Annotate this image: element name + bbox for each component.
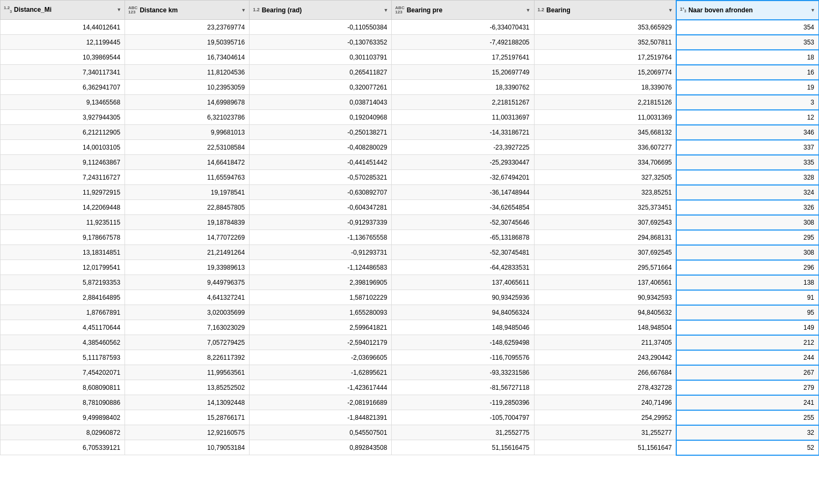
table-row: 1,876678913,0200356991,65528009394,84056…: [1, 305, 819, 320]
dropdown-naar-boven[interactable]: ▼: [810, 8, 815, 13]
table-cell: -0,250138271: [250, 125, 392, 140]
table-cell: 95: [676, 305, 818, 320]
table-cell: 0,301103791: [250, 50, 392, 65]
table-row: 12,119944519,50395716-0,130763352-7,4921…: [1, 35, 819, 50]
dropdown-distance-km[interactable]: ▼: [241, 8, 246, 13]
table-cell: -7,492188205: [392, 35, 534, 50]
dropdown-distance-mi[interactable]: ▼: [116, 7, 121, 12]
table-cell: -1,136765558: [250, 230, 392, 245]
type-icon-distance-km: ABC 123: [128, 6, 137, 14]
table-cell: 11,65594763: [125, 170, 250, 185]
col-header-bearing-rad[interactable]: 1.2 Bearing (rad) ▼: [250, 1, 392, 20]
table-cell: 90,9342593: [534, 290, 676, 305]
table-cell: 1,587102229: [250, 290, 392, 305]
table-cell: -0,408280029: [250, 140, 392, 155]
table-cell: 12,92160575: [125, 425, 250, 440]
table-cell: 4,451170644: [1, 320, 125, 335]
table-cell: 0,192040968: [250, 110, 392, 125]
table-cell: 21,21491264: [125, 245, 250, 260]
table-row: 13,1831485121,21491264-0,91293731-52,307…: [1, 245, 819, 260]
table-row: 11,9297291519,1978541-0,630892707-36,147…: [1, 185, 819, 200]
table-cell: 4,385460562: [1, 335, 125, 350]
table-cell: -2,03696605: [250, 350, 392, 365]
table-cell: 9,449796375: [125, 275, 250, 290]
table-cell: 2,21815126: [534, 95, 676, 110]
table-cell: 7,454202071: [1, 365, 125, 380]
dropdown-bearing[interactable]: ▼: [668, 8, 673, 13]
col-header-distance-mi[interactable]: 1.23 Distance_Mi ▼: [1, 1, 125, 20]
table-cell: -0,570285321: [250, 170, 392, 185]
table-cell: 240,71496: [534, 395, 676, 410]
table-cell: 8,02960872: [1, 425, 125, 440]
table-row: 4,4511706447,1630230292,599641821148,948…: [1, 320, 819, 335]
table-cell: 12,01799541: [1, 260, 125, 275]
table-cell: 279: [676, 380, 818, 395]
table-cell: 9,99681013: [125, 125, 250, 140]
dropdown-bearing-rad[interactable]: ▼: [383, 8, 388, 13]
table-row: 12,0179954119,33989613-1,124486583-64,42…: [1, 260, 819, 275]
table-cell: 2,884164895: [1, 290, 125, 305]
table-cell: 353,665929: [534, 20, 676, 35]
col-header-bearing[interactable]: 1.2 Bearing ▼: [534, 1, 676, 20]
table-cell: 346: [676, 125, 818, 140]
data-table: 1.23 Distance_Mi ▼ ABC 123 Distance km ▼: [0, 0, 819, 504]
table-cell: 0,265411827: [250, 65, 392, 80]
table-cell: 13,85252502: [125, 380, 250, 395]
table-cell: 295,571664: [534, 260, 676, 275]
table-cell: 2,218151267: [392, 95, 534, 110]
table-cell: 9,499898402: [1, 410, 125, 425]
table-cell: 94,84056324: [392, 305, 534, 320]
table-row: 14,4401264123,23769774-0,110550384-6,334…: [1, 20, 819, 35]
table-cell: 294,868131: [534, 230, 676, 245]
dropdown-bearing-pre[interactable]: ▼: [526, 8, 531, 13]
table-cell: -6,334070431: [392, 20, 534, 35]
table-cell: -0,604347281: [250, 200, 392, 215]
table-cell: 137,4065611: [392, 275, 534, 290]
table-cell: 3: [676, 95, 818, 110]
table-cell: 2,599641821: [250, 320, 392, 335]
table-cell: 254,29952: [534, 410, 676, 425]
col-header-bearing-pre[interactable]: ABC 123 Bearing pre ▼: [392, 1, 534, 20]
table-cell: -148,6259498: [392, 335, 534, 350]
table-cell: 3,927944305: [1, 110, 125, 125]
table-cell: 334,706695: [534, 155, 676, 170]
table-row: 2,8841648954,6413272411,58710222990,9342…: [1, 290, 819, 305]
table-cell: 10,39869544: [1, 50, 125, 65]
table-cell: 323,85251: [534, 185, 676, 200]
table-cell: 91: [676, 290, 818, 305]
table-cell: 11,0031369: [534, 110, 676, 125]
table-cell: 31,255277: [534, 425, 676, 440]
table-cell: 137,406561: [534, 275, 676, 290]
table-cell: 23,23769774: [125, 20, 250, 35]
table-cell: 14,22069448: [1, 200, 125, 215]
col-header-distance-km[interactable]: ABC 123 Distance km ▼: [125, 1, 250, 20]
table-cell: 52: [676, 440, 818, 455]
table-cell: 90,93425936: [392, 290, 534, 305]
table-cell: -93,33231586: [392, 365, 534, 380]
table-cell: 11,81204536: [125, 65, 250, 80]
table-cell: 149: [676, 320, 818, 335]
table-row: 6,2121129059,99681013-0,250138271-14,331…: [1, 125, 819, 140]
table-cell: 243,290442: [534, 350, 676, 365]
table-cell: 278,432728: [534, 380, 676, 395]
table-cell: 307,692543: [534, 215, 676, 230]
table-cell: 148,9485046: [392, 320, 534, 335]
table-cell: 22,88457805: [125, 200, 250, 215]
col-header-naar-boven[interactable]: 1²3 Naar boven afronden ▼: [676, 1, 818, 20]
table-cell: 14,13092448: [125, 395, 250, 410]
table-cell: 337: [676, 140, 818, 155]
type-icon-bearing-pre: ABC 123: [395, 6, 404, 14]
table-cell: 345,668132: [534, 125, 676, 140]
table-cell: 327,32505: [534, 170, 676, 185]
col-label-distance-mi: Distance_Mi: [14, 6, 114, 13]
table-row: 9,1346556814,699896780,0387140432,218151…: [1, 95, 819, 110]
table-cell: -0,441451442: [250, 155, 392, 170]
table-cell: -1,844821391: [250, 410, 392, 425]
table-cell: -0,630892707: [250, 185, 392, 200]
table-cell: -0,912937339: [250, 215, 392, 230]
table-row: 8,78109088614,13092448-2,081916689-119,2…: [1, 395, 819, 410]
table-cell: 1,655280093: [250, 305, 392, 320]
table-row: 6,70533912110,790531840,89284350851,1561…: [1, 440, 819, 455]
table-cell: 7,243116727: [1, 170, 125, 185]
table-cell: 336,607277: [534, 140, 676, 155]
